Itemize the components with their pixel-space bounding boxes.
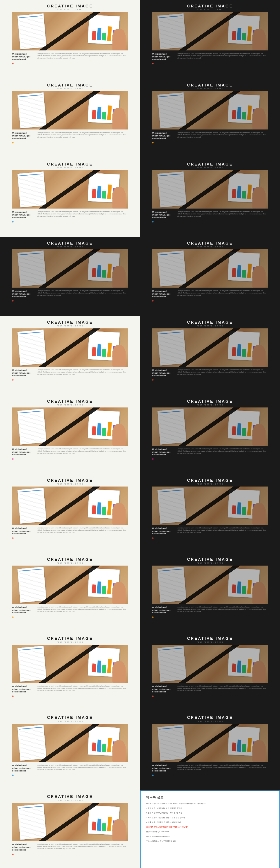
dot-red-14 — [152, 537, 153, 539]
slide-title-4: CREATIVE IMAGE — [187, 83, 233, 88]
slide-subtitle-16: YOUR PORTFOLIO NAME — [197, 562, 224, 564]
slide-subtitle-18: YOUR PORTFOLIO NAME — [197, 641, 224, 643]
slide-18: CREATIVE IMAGE YOUR PORTFOLIO NAME — [140, 632, 280, 711]
slide-subtitle-8: YOUR PORTFOLIO NAME — [197, 246, 224, 248]
content-main-1: Ut wisi enim adminim veniam, quisnostrud… — [12, 53, 34, 61]
content-body-2: Lorem ipsum dolor sit amet, consectetuer… — [177, 53, 268, 59]
text-panel: 박목록 공고 공고문 내용이 여기에 들어갑니다. 자세한 사항은 아래를 참조… — [140, 790, 280, 868]
slides-grid: CREATIVE IMAGE YOUR PORTFOLIO NAME — [0, 0, 280, 868]
content-area-20: Ut wisi enim adminim veniam, quisnostrud… — [152, 764, 268, 777]
content-body-10: Lorem ipsum dolor sit amet, consectetuer… — [177, 369, 268, 375]
slide-10: CREATIVE IMAGE YOUR PORTFOLIO NAME — [140, 316, 280, 395]
slide-13: CREATIVE IMAGE YOUR PORTFOLIO NAME — [0, 474, 140, 553]
dot-yellow-15 — [12, 616, 13, 618]
content-main-2: Ut wisi enim adminim veniam, quisnostrud… — [152, 53, 174, 61]
image-area-12 — [152, 407, 268, 446]
image-area-9 — [12, 329, 128, 367]
image-area-11 — [12, 407, 128, 446]
slide-1: CREATIVE IMAGE YOUR PORTFOLIO NAME — [0, 0, 140, 79]
image-area-21 — [12, 803, 128, 841]
slide-14: CREATIVE IMAGE YOUR PORTFOLIO NAME — [140, 474, 280, 553]
slide-subtitle-3: YOUR PORTFOLIO NAME — [57, 88, 84, 90]
content-main-7: Ut wisi enim adminim veniam, quisnostrud… — [12, 290, 34, 298]
dot-pink-11 — [12, 458, 13, 460]
content-body-1: Lorem ipsum dolor sit amet, consectetuer… — [37, 53, 128, 59]
slide-title-10: CREATIVE IMAGE — [187, 320, 233, 325]
slide-5: CREATIVE IMAGE YOUR PORTFOLIO NAME — [0, 158, 140, 237]
slide-title-13: CREATIVE IMAGE — [47, 478, 93, 483]
slide-3: CREATIVE IMAGE YOUR PORTFOLIO NAME — [0, 79, 140, 158]
dot-yellow-16 — [152, 616, 153, 618]
slide-6: CREATIVE IMAGE YOUR PORTFOLIO NAME — [140, 158, 280, 237]
slide-4: CREATIVE IMAGE YOUR PORTFOLIO NAME — [140, 79, 280, 158]
content-main-15: Ut wisi enim adminim veniam, quisnostrud… — [12, 606, 34, 614]
image-area-19 — [12, 724, 128, 762]
slide-subtitle-2: YOUR PORTFOLIO NAME — [197, 9, 224, 10]
content-area-4: Ut wisi enim adminim veniam, quisnostrud… — [152, 132, 268, 145]
slide-7: CREATIVE IMAGE YOUR PORTFOLIO NAME — [0, 237, 140, 316]
content-main-12: Ut wisi enim adminim veniam, quisnostrud… — [152, 448, 174, 456]
image-area-4 — [152, 91, 268, 129]
slide-title-2: CREATIVE IMAGE — [187, 4, 233, 8]
image-area-15 — [12, 565, 128, 604]
content-area-12: Ut wisi enim adminim veniam, quisnostrud… — [152, 448, 268, 461]
slide-title-16: CREATIVE IMAGE — [187, 557, 233, 562]
text-panel-highlight1: ※ 자세한 문의사항은 담당자에게 연락하시기 바랍니다. — [146, 826, 274, 829]
content-body-6: Lorem ipsum dolor sit amet, consectetuer… — [177, 211, 268, 217]
image-area-2 — [152, 12, 268, 51]
content-main-18: Ut wisi enim adminim veniam, quisnostrud… — [152, 685, 174, 693]
content-body-20: Lorem ipsum dolor sit amet, consectetuer… — [177, 764, 268, 770]
slide-2: CREATIVE IMAGE YOUR PORTFOLIO NAME — [140, 0, 280, 79]
content-main-20: Ut wisi enim adminim veniam, quisnostrud… — [152, 764, 174, 772]
slide-title-18: CREATIVE IMAGE — [187, 636, 233, 641]
image-area-6 — [152, 170, 268, 209]
slide-title-11: CREATIVE IMAGE — [47, 399, 93, 404]
image-area-18 — [152, 645, 268, 683]
content-body-17: Lorem ipsum dolor sit amet, consectetuer… — [37, 685, 128, 691]
slide-19: CREATIVE IMAGE YOUR PORTFOLIO NAME — [0, 711, 140, 790]
text-panel-line5: 4. 제출 서류: 포트폴리오, 이력서, 자기소개서 — [146, 821, 274, 824]
content-main-4: Ut wisi enim adminim veniam, quisnostrud… — [152, 132, 174, 140]
slide-subtitle-21: YOUR PORTFOLIO NAME — [57, 800, 84, 801]
content-main-21: Ut wisi enim adminim veniam, quisnostrud… — [12, 843, 34, 851]
image-area-3 — [12, 91, 128, 129]
text-panel-line1: 공고문 내용이 여기에 들어갑니다. 자세한 사항은 아래를 참조하시기 바랍니… — [146, 802, 274, 805]
slide-title-1: CREATIVE IMAGE — [47, 4, 93, 8]
dot-red-8 — [152, 300, 153, 302]
dot-pink-12 — [152, 458, 153, 460]
content-area-8: Ut wisi enim adminim veniam, quisnostrud… — [152, 290, 268, 303]
slide-subtitle-10: YOUR PORTFOLIO NAME — [197, 325, 224, 327]
slide-11: CREATIVE IMAGE YOUR PORTFOLIO NAME — [0, 395, 140, 474]
dot-red-17 — [12, 695, 13, 697]
dot-red-10 — [152, 379, 153, 381]
content-area-6: Ut wisi enim adminim veniam, quisnostrud… — [152, 211, 268, 224]
slide-20: CREATIVE IMAGE YOUR PORTFOLIO NAME — [140, 711, 280, 790]
slide-12: CREATIVE IMAGE YOUR PORTFOLIO NAME — [140, 395, 280, 474]
image-area-20 — [152, 724, 268, 762]
image-area-1 — [12, 12, 128, 51]
image-area-8 — [152, 249, 268, 287]
content-main-9: Ut wisi enim adminim veniam, quisnostrud… — [12, 369, 34, 377]
content-main-13: Ut wisi enim adminim veniam, quisnostrud… — [12, 527, 34, 535]
slide-subtitle-7: YOUR PORTFOLIO NAME — [57, 246, 84, 248]
content-main-8: Ut wisi enim adminim veniam, quisnostrud… — [152, 290, 174, 298]
slide-title-17: CREATIVE IMAGE — [47, 636, 93, 641]
slide-subtitle-20: YOUR PORTFOLIO NAME — [197, 720, 224, 722]
content-area-21: Ut wisi enim adminim veniam, quisnostrud… — [12, 843, 128, 856]
content-area-1: Ut wisi enim adminim veniam, quisnostrud… — [12, 53, 128, 65]
content-body-3: Lorem ipsum dolor sit amet, consectetuer… — [37, 132, 128, 138]
slide-title-6: CREATIVE IMAGE — [187, 162, 233, 166]
slide-subtitle-14: YOUR PORTFOLIO NAME — [197, 483, 224, 485]
content-body-14: Lorem ipsum dolor sit amet, consectetuer… — [177, 527, 268, 533]
content-area-17: Ut wisi enim adminim veniam, quisnostrud… — [12, 685, 128, 698]
slide-title-3: CREATIVE IMAGE — [47, 83, 93, 88]
content-main-19: Ut wisi enim adminim veniam, quisnostrud… — [12, 764, 34, 772]
text-panel-line4: 3. 자격 요건: 디자인 관련 전공자 또는 관련 경력자 — [146, 816, 274, 819]
content-body-15: Lorem ipsum dolor sit amet, consectetuer… — [37, 606, 128, 612]
slide-subtitle-1: YOUR PORTFOLIO NAME — [57, 9, 84, 10]
slide-subtitle-15: YOUR PORTFOLIO NAME — [57, 562, 84, 564]
image-area-13 — [12, 487, 128, 525]
slide-subtitle-5: YOUR PORTFOLIO NAME — [57, 167, 84, 168]
slide-subtitle-6: YOUR PORTFOLIO NAME — [197, 167, 224, 168]
text-panel-line6: 담당자: 홍길동 (02-1234-5678) — [146, 830, 274, 833]
